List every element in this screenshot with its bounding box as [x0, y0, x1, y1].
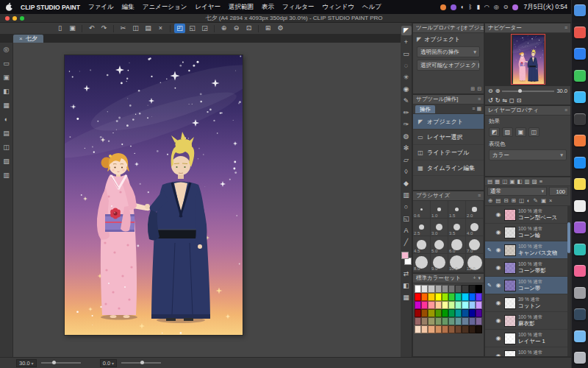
save-icon[interactable]: ▣: [67, 24, 78, 33]
brush-size-cell[interactable]: 9.0: [431, 254, 448, 272]
color-swatch[interactable]: [455, 293, 462, 301]
swap-colors-icon[interactable]: ⇄: [401, 269, 412, 279]
layer-visible-icon[interactable]: ◉: [495, 211, 502, 218]
color-swatch[interactable]: [476, 325, 482, 333]
layer-property-header[interactable]: レイヤープロパティ: [485, 106, 570, 116]
color-swatch[interactable]: [421, 317, 428, 325]
brush-size-cell[interactable]: 12.0: [466, 254, 484, 272]
panel-menu-icon[interactable]: [478, 95, 481, 104]
dock-app-orange[interactable]: [574, 135, 586, 146]
layer-visible-icon[interactable]: ◉: [495, 264, 502, 271]
brush-size-cell[interactable]: 5.0: [431, 236, 448, 254]
subtool-item[interactable]: ◫ライトテーブル: [413, 145, 484, 160]
frame-tool-icon[interactable]: ◱: [401, 214, 412, 224]
layer-palette-tab-4-icon[interactable]: ▣: [509, 177, 514, 186]
layer-palette-tab-8-icon[interactable]: ≡: [539, 177, 542, 186]
layer-visible-icon[interactable]: ◉: [495, 247, 502, 253]
layers-scrollbar[interactable]: [567, 206, 570, 356]
pen-tool-icon[interactable]: ✎: [401, 96, 412, 106]
color-swatch[interactable]: [455, 309, 462, 317]
expand-panel-icon[interactable]: ⊞: [470, 86, 475, 92]
brush-size-cell[interactable]: 6.0: [448, 236, 466, 254]
siri-icon[interactable]: [512, 4, 518, 10]
delete-icon[interactable]: ×: [155, 24, 166, 33]
effect-layer-color-icon[interactable]: ▣: [515, 127, 526, 137]
color-swatch[interactable]: [469, 317, 476, 325]
dock-safari[interactable]: [574, 91, 586, 103]
color-swatch[interactable]: [462, 293, 468, 301]
subtool-header[interactable]: サブツール[操作]: [413, 95, 484, 105]
color-swatch[interactable]: [435, 325, 442, 333]
brush-size-cell[interactable]: 2.0: [466, 201, 484, 219]
brush-size-header[interactable]: ブラシサイズ: [413, 191, 484, 201]
dock-finder[interactable]: [574, 4, 586, 16]
color-swatch[interactable]: [455, 285, 462, 293]
settings-icon[interactable]: ⚙: [275, 24, 286, 33]
menu-extra-purple-icon[interactable]: [451, 4, 456, 10]
airbrush-tool-icon[interactable]: ◍: [401, 132, 412, 141]
layer-row[interactable]: ◉39 % 通常コットン: [485, 294, 567, 312]
layer-row[interactable]: ◉100 % 通常キラキラなど: [485, 347, 567, 356]
eraser-tool-icon[interactable]: ▱: [401, 155, 412, 165]
layer-palette-tab-7-icon[interactable]: ▨: [532, 177, 537, 186]
layer-visible-icon[interactable]: ◉: [495, 300, 502, 306]
color-swatch[interactable]: [435, 309, 442, 317]
menu-レイヤー[interactable]: レイヤー: [195, 3, 220, 12]
statusbar-rotation-knob[interactable]: [140, 361, 144, 364]
menu-表示[interactable]: 表示: [262, 3, 274, 12]
subtool-item[interactable]: ▦タイムライン編集: [413, 160, 484, 176]
color-swatch[interactable]: [469, 293, 476, 301]
lasso-tool-icon[interactable]: ◌: [401, 61, 412, 71]
view-grid-icon[interactable]: ▦: [476, 106, 481, 112]
subtool-item[interactable]: ▭レイヤー選択: [413, 130, 484, 145]
layer-visible-icon[interactable]: ◉: [495, 282, 502, 289]
color-swatch[interactable]: [448, 301, 455, 309]
collapse-panel-icon[interactable]: ⊟: [477, 86, 481, 92]
color-swatch[interactable]: [415, 301, 421, 309]
new-file-icon[interactable]: ▯: [54, 24, 65, 33]
fit-screen-icon[interactable]: ⊡: [243, 24, 254, 33]
color-swatch[interactable]: [455, 301, 462, 309]
wand-tool-icon[interactable]: ✳: [401, 73, 412, 82]
color-swatch[interactable]: [442, 317, 448, 325]
color-swatch[interactable]: [442, 285, 448, 293]
window-titlebar[interactable]: 七夕 (A4 2894 x 4093px 350dpi 30.0%) - CLI…: [0, 14, 588, 23]
panel-toggle-8-icon[interactable]: ▨: [1, 157, 11, 166]
gradient-tool-icon[interactable]: ▥: [401, 191, 412, 200]
zoom-slider[interactable]: [502, 91, 554, 92]
color-swatch[interactable]: [415, 317, 421, 325]
panel-toggle-3-icon[interactable]: ◧: [1, 87, 11, 96]
control-center-icon[interactable]: ⊙: [503, 0, 509, 14]
color-swatch[interactable]: [469, 285, 476, 293]
menu-ファイル[interactable]: ファイル: [88, 3, 114, 12]
color-set-header[interactable]: 標準カラーセット +▾: [413, 274, 484, 283]
layer-visible-icon[interactable]: ◉: [495, 353, 502, 356]
color-swatch[interactable]: [455, 325, 462, 333]
fit-view-icon[interactable]: ⊡: [517, 93, 522, 105]
color-swatch[interactable]: [435, 301, 442, 309]
color-swatch[interactable]: [448, 317, 455, 325]
brush-size-cell[interactable]: 7.0: [466, 236, 484, 254]
color-swatch[interactable]: [442, 309, 448, 317]
transparent-area-dropdown[interactable]: 透明箇所の操作: [417, 46, 480, 57]
color-swatch[interactable]: [435, 293, 442, 301]
layer-row[interactable]: ✎◉100 % 通常キャンバス文物: [485, 241, 567, 259]
color-swatch[interactable]: [428, 285, 434, 293]
rotate-right-icon[interactable]: ↻: [495, 93, 501, 105]
colorset-select-icon[interactable]: ▾: [478, 274, 481, 283]
zoom-slider-knob[interactable]: [518, 89, 522, 93]
statusbar-rotation-slider[interactable]: [121, 362, 161, 364]
color-swatch[interactable]: [421, 325, 428, 333]
brush-size-cell[interactable]: 10.0: [448, 254, 466, 272]
selection-add-icon[interactable]: ◱: [187, 24, 198, 33]
document-tab[interactable]: 七夕: [13, 35, 43, 43]
blend-tool-icon[interactable]: ◊: [401, 167, 412, 177]
panel-toggle-9-icon[interactable]: ▥: [1, 171, 11, 180]
layer-row[interactable]: ◉100 % 通常コーン型ベース: [485, 206, 567, 224]
lock-layer-icon[interactable]: ▣: [541, 197, 546, 205]
tool-property-header[interactable]: ツールプロパティ[オブジェ: [413, 24, 484, 33]
layer-visible-icon[interactable]: ◉: [495, 335, 502, 342]
color-swatch[interactable]: [469, 309, 476, 317]
dock-app-green[interactable]: [574, 70, 586, 82]
color-swatch[interactable]: [462, 301, 468, 309]
